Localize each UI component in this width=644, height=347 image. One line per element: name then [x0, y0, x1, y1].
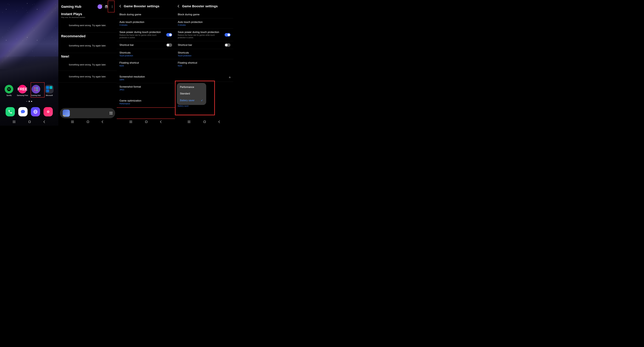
settings-header: Game Booster settings — [175, 0, 233, 11]
setting-block-during-game[interactable]: Block during game — [175, 11, 233, 18]
save-power-toggle[interactable] — [166, 33, 172, 36]
error-message: Something went wrong. Try again later. — [58, 18, 117, 33]
page-title: Game Booster settings — [182, 4, 218, 8]
game-icon[interactable] — [63, 110, 70, 117]
setting-shortcuts[interactable]: Shortcuts Touch protection — [117, 49, 175, 59]
gaming-hub-panel: Gaming Hub Instant Plays Play now. No do… — [58, 0, 117, 126]
back-button[interactable] — [43, 120, 46, 123]
optimization-dropdown: Performance Standard Battery saver ✓ — [177, 83, 206, 105]
back-icon[interactable] — [178, 5, 180, 8]
app-samsung-free[interactable]: FREE Samsung Free — [16, 85, 29, 96]
recents-button[interactable] — [13, 122, 16, 122]
shortcut-bar-toggle[interactable] — [225, 43, 230, 47]
setting-game-optimization[interactable]: Game optimization Performance — [117, 97, 175, 107]
error-message: Something went wrong. Try again later. — [58, 38, 117, 53]
page-indicator[interactable] — [26, 101, 32, 102]
recents-button[interactable] — [188, 122, 190, 122]
setting-auto-touch[interactable]: Auto touch protection 3 minutes — [117, 18, 175, 28]
error-message: Something went wrong. Try again later. — [58, 71, 117, 83]
spotify-icon — [5, 85, 13, 94]
page-title: Gaming Hub — [61, 5, 98, 9]
app-row: Spotify FREE Samsung Free Gaming Hub Mic… — [0, 85, 58, 96]
app-label: Samsung Free — [17, 94, 28, 96]
section-title: New! — [61, 54, 114, 58]
phone-app[interactable] — [6, 107, 15, 116]
settings-panel-1: Game Booster settings Block during game … — [117, 0, 175, 126]
camera-app[interactable] — [44, 107, 53, 116]
recents-button[interactable] — [130, 122, 132, 122]
setting-screenshot-format[interactable]: Screenshot format JPEG — [117, 83, 175, 93]
new-section: New! — [58, 53, 117, 58]
back-icon[interactable] — [119, 5, 122, 8]
dropdown-option-battery-saver[interactable]: Battery saver ✓ — [177, 97, 206, 104]
app-label: Microsoft — [46, 94, 53, 96]
settings-list: Block during game Auto touch protection … — [117, 11, 175, 107]
section-title: Recommended — [61, 34, 114, 38]
back-button[interactable] — [102, 120, 104, 123]
instant-plays-section: Instant Plays Play now. No download need… — [58, 10, 117, 18]
recommended-section: Recommended — [58, 33, 117, 38]
setting-shortcut-bar[interactable]: Shortcut bar — [175, 41, 233, 49]
back-button[interactable] — [218, 120, 221, 123]
home-button[interactable] — [28, 121, 31, 123]
setting-block-during-game[interactable]: Block during game — [117, 11, 175, 18]
app-microsoft-folder[interactable]: Microsoft — [43, 85, 56, 96]
game-launcher-bar[interactable] — [60, 108, 115, 118]
more-icon[interactable] — [110, 5, 114, 8]
section-title: Instant Plays — [61, 12, 114, 16]
setting-screenshot-resolution-partial[interactable]: n — [175, 73, 233, 82]
save-power-toggle[interactable] — [225, 33, 230, 36]
microsoft-folder-icon — [45, 85, 54, 94]
home-screen-panel: Spotify FREE Samsung Free Gaming Hub Mic… — [0, 0, 58, 126]
home-button[interactable] — [204, 121, 206, 123]
shortcut-bar-toggle[interactable] — [166, 43, 172, 47]
section-subtitle: Play now. No download needed. — [61, 16, 114, 18]
setting-auto-touch[interactable]: Auto touch protection 3 minutes — [175, 18, 233, 28]
settings-header: Game Booster settings — [117, 0, 175, 11]
android-navbar — [0, 120, 58, 124]
setting-floating-shortcut[interactable]: Floating shortcut None — [117, 59, 175, 69]
app-label: Spotify — [6, 94, 12, 96]
messages-app[interactable] — [18, 107, 28, 116]
home-button[interactable] — [145, 121, 148, 123]
check-icon: ✓ — [201, 99, 203, 102]
dock — [0, 107, 58, 116]
setting-screenshot-resolution[interactable]: Screenshot resolution 100% — [117, 73, 175, 83]
app-gaming-hub[interactable]: Gaming Hub — [30, 85, 42, 96]
dropdown-option-performance[interactable]: Performance — [177, 84, 206, 90]
gaming-hub-icon — [32, 85, 40, 94]
settings-panel-2: Game Booster settings Block during game … — [175, 0, 233, 126]
highlight-game-optimization — [117, 108, 175, 119]
apps-grid-icon[interactable] — [110, 112, 112, 114]
android-navbar — [117, 120, 175, 124]
app-spotify[interactable]: Spotify — [3, 85, 15, 96]
dropdown-option-standard[interactable]: Standard — [177, 90, 206, 97]
wallpaper — [0, 0, 58, 126]
app-label: Gaming Hub — [31, 94, 41, 96]
recents-button[interactable] — [71, 122, 74, 122]
error-message: Something went wrong. Try again later. — [58, 59, 117, 71]
setting-save-power[interactable]: Save power during touch protection Reduc… — [175, 28, 233, 41]
android-navbar — [175, 120, 233, 124]
samsung-free-icon: FREE — [18, 85, 27, 94]
setting-shortcut-bar[interactable]: Shortcut bar — [117, 41, 175, 49]
avatar-icon[interactable] — [98, 4, 102, 9]
gaming-hub-header: Gaming Hub — [58, 0, 117, 10]
setting-floating-shortcut[interactable]: Floating shortcut None — [175, 59, 233, 69]
svg-point-4 — [48, 111, 48, 112]
gift-icon[interactable] — [105, 5, 108, 8]
browser-app[interactable] — [31, 107, 40, 116]
home-button[interactable] — [87, 121, 89, 123]
back-button[interactable] — [160, 120, 163, 123]
page-title: Game Booster settings — [124, 4, 160, 8]
setting-shortcuts[interactable]: Shortcuts Touch protection — [175, 49, 233, 59]
setting-save-power[interactable]: Save power during touch protection Reduc… — [117, 28, 175, 41]
android-navbar — [58, 120, 117, 124]
